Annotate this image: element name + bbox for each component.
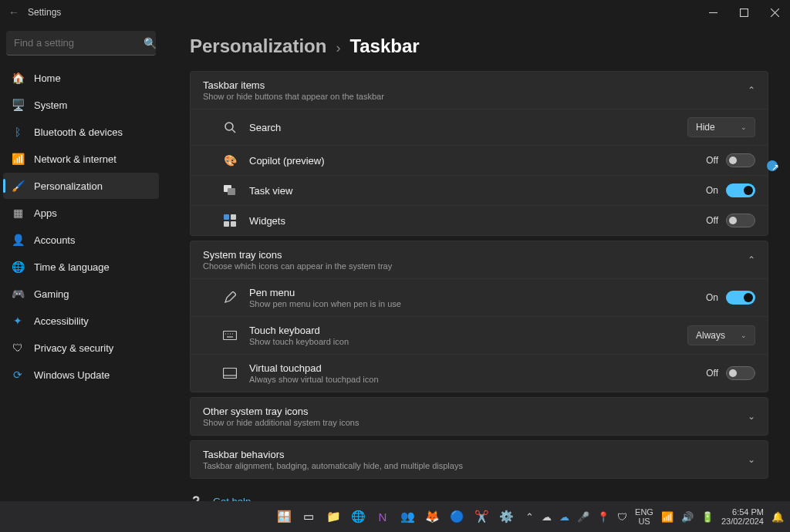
row-subtitle: Show pen menu icon when pen is in use [249, 299, 706, 308]
notifications-icon[interactable]: 🔔 [771, 511, 784, 523]
taskbar-items-header[interactable]: Taskbar items Show or hide buttons that … [191, 72, 768, 109]
svg-rect-8 [224, 214, 229, 220]
nav-label: Windows Update [34, 369, 110, 381]
nav-icon: 🛡 [11, 341, 25, 355]
location-icon[interactable]: 📍 [597, 511, 609, 523]
nav-icon: 🖥️ [11, 98, 25, 112]
toggle-state: On [706, 292, 718, 303]
chevron-down-icon: ⌄ [741, 123, 747, 131]
tray-chevron-icon[interactable]: ⌃ [525, 511, 534, 523]
sidebar-item-network-internet[interactable]: 📶Network & internet [3, 146, 159, 172]
sidebar-item-apps[interactable]: ▦Apps [3, 200, 159, 226]
teams-icon[interactable]: 👥 [397, 507, 417, 527]
section-subtitle: Taskbar alignment, badging, automaticall… [203, 461, 748, 470]
search-input[interactable] [14, 37, 143, 49]
widgets-icon [221, 214, 238, 227]
titlebar: ← Settings [0, 0, 790, 25]
onenote-icon[interactable]: N [373, 507, 393, 527]
toggle-copilot-preview-[interactable] [726, 153, 755, 167]
battery-icon[interactable]: 🔋 [701, 511, 714, 523]
other-tray-section[interactable]: Other system tray icons Show or hide add… [190, 397, 768, 436]
close-button[interactable] [759, 0, 790, 25]
setting-row-pen-menu: Pen menuShow pen menu icon when pen is i… [191, 278, 768, 316]
row-label: Task view [249, 185, 706, 197]
help-icon: ❔ [190, 496, 204, 501]
search-box[interactable]: 🔍 [6, 31, 156, 56]
sidebar-item-system[interactable]: 🖥️System [3, 92, 159, 118]
toggle-virtual-touchpad[interactable] [726, 366, 755, 380]
minimize-button[interactable] [697, 0, 728, 25]
nav-label: Home [34, 72, 61, 84]
dropdown-touch-keyboard[interactable]: Always⌄ [687, 325, 755, 345]
security-icon[interactable]: 🛡 [617, 511, 627, 523]
sidebar-item-accessibility[interactable]: ✦Accessibility [3, 308, 159, 334]
section-subtitle: Choose which icons can appear in the sys… [203, 261, 748, 271]
nav-icon: ᛒ [11, 125, 25, 139]
volume-icon[interactable]: 🔊 [681, 511, 694, 523]
sidebar-item-windows-update[interactable]: ⟳Windows Update [3, 362, 159, 388]
sidebar: 🔍 🏠Home🖥️SystemᛒBluetooth & devices📶Netw… [0, 25, 162, 501]
toggle-task-view[interactable] [726, 184, 755, 197]
sidebar-item-bluetooth-devices[interactable]: ᛒBluetooth & devices [3, 119, 159, 145]
system-tray-section: System tray icons Choose which icons can… [190, 241, 768, 392]
firefox-icon[interactable]: 🦊 [422, 507, 442, 527]
language-indicator[interactable]: ENG US [635, 507, 653, 526]
nav-icon: 🖌️ [11, 179, 25, 193]
nav-icon: ✦ [11, 314, 25, 328]
windows-taskbar[interactable]: 🪟 ▭ 📁 🌐 N 👥 🦊 🔵 ✂️ ⚙️ ⌃ ☁ ☁ 🎤 📍 🛡 ENG US… [0, 501, 790, 532]
breadcrumb-current: Taskbar [349, 35, 419, 57]
copilot-icon: 🎨 [221, 154, 238, 167]
onedrive-icon[interactable]: ☁ [542, 511, 552, 523]
toggle-state: Off [706, 368, 718, 379]
start-button[interactable]: 🪟 [274, 507, 294, 527]
sidebar-item-privacy-security[interactable]: 🛡Privacy & security [3, 335, 159, 361]
nav-label: Bluetooth & devices [34, 126, 123, 138]
svg-rect-7 [228, 188, 235, 195]
footer-links: ❔ Get help 💬 Give feedback [190, 491, 768, 501]
sidebar-item-accounts[interactable]: 👤Accounts [3, 227, 159, 253]
dropdown-value: Always [696, 330, 725, 341]
toggle-state: Off [706, 215, 718, 226]
sidebar-item-personalization[interactable]: 🖌️Personalization [3, 173, 159, 199]
system-tray-header[interactable]: System tray icons Choose which icons can… [191, 241, 768, 278]
section-title: Taskbar behaviors [203, 449, 748, 460]
dropdown-value: Hide [696, 122, 715, 133]
taskbar-items-section: Taskbar items Show or hide buttons that … [190, 71, 768, 236]
settings-icon[interactable]: ⚙️ [496, 507, 516, 527]
breadcrumb-parent[interactable]: Personalization [190, 35, 326, 57]
maximize-button[interactable] [728, 0, 759, 25]
mic-icon[interactable]: 🎤 [577, 511, 589, 523]
touchpad-icon [221, 368, 238, 379]
toggle-widgets[interactable] [726, 214, 755, 227]
row-label: Search [249, 122, 687, 133]
nav-list: 🏠Home🖥️SystemᛒBluetooth & devices📶Networ… [3, 65, 159, 388]
sidebar-item-time-language[interactable]: 🌐Time & language [3, 254, 159, 280]
sidebar-item-gaming[interactable]: 🎮Gaming [3, 281, 159, 307]
get-help-link[interactable]: ❔ Get help [190, 491, 768, 501]
section-title: Taskbar items [203, 79, 748, 91]
edge-icon[interactable]: 🌐 [348, 507, 368, 527]
cloud-icon[interactable]: ☁ [559, 511, 569, 523]
chrome-icon[interactable]: 🔵 [447, 507, 467, 527]
taskbar-behaviors-section[interactable]: Taskbar behaviors Taskbar alignment, bad… [190, 440, 768, 479]
pen-icon [221, 291, 238, 304]
taskview-icon [221, 185, 238, 196]
dropdown-search[interactable]: Hide⌄ [687, 117, 755, 137]
nav-label: Accounts [34, 234, 75, 246]
explorer-icon[interactable]: 📁 [323, 507, 343, 527]
wifi-icon[interactable]: 📶 [661, 511, 674, 523]
back-button[interactable]: ← [5, 6, 23, 19]
toggle-pen-menu[interactable] [726, 291, 755, 305]
row-subtitle: Always show virtual touchpad icon [249, 375, 706, 384]
snip-icon[interactable]: ✂️ [471, 507, 491, 527]
row-label: Pen menu [249, 287, 706, 298]
sidebar-item-home[interactable]: 🏠Home [3, 65, 159, 91]
taskview-icon[interactable]: ▭ [299, 507, 319, 527]
nav-label: Accessibility [34, 315, 89, 327]
nav-label: System [34, 99, 67, 111]
row-subtitle: Show touch keyboard icon [249, 337, 687, 346]
clock[interactable]: 6:54 PM 23/02/2024 [721, 507, 764, 526]
system-tray: ⌃ ☁ ☁ 🎤 📍 🛡 ENG US 📶 🔊 🔋 6:54 PM 23/02/2… [525, 507, 790, 526]
nav-label: Gaming [34, 288, 69, 300]
svg-rect-11 [231, 221, 236, 227]
